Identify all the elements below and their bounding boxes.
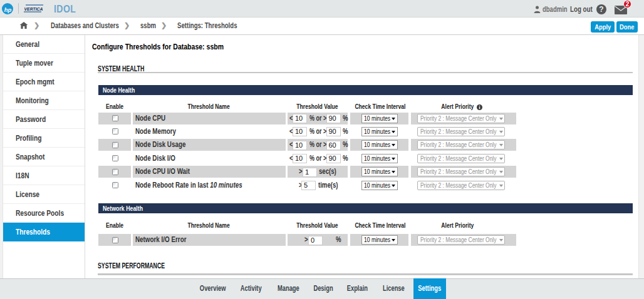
svg-text:VERTICA: VERTICA <box>24 7 43 11</box>
svg-text:hp: hp <box>4 6 12 13</box>
